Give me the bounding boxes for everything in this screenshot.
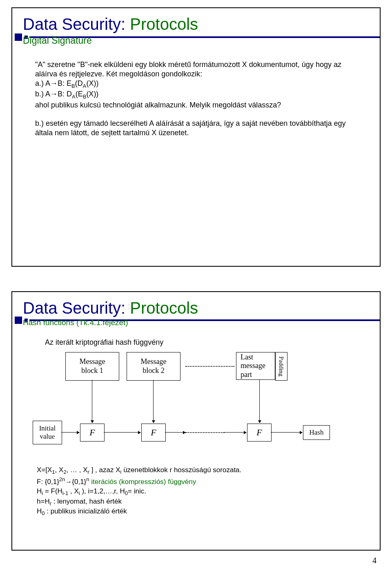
arrow-right-icon — [225, 432, 246, 433]
block-f-1: F — [80, 424, 105, 442]
arrow-right-icon — [104, 432, 140, 433]
block-padding: Padding — [275, 352, 287, 381]
arrow-down-icon — [259, 380, 260, 423]
formula-line-3: Hi = F(Hi-1 , Xi ), i=1,2,…,r, H0= inic. — [37, 487, 365, 497]
arrow-right-icon — [271, 432, 302, 433]
arrow-right-icon — [165, 432, 185, 433]
block-last-message: Last message part — [236, 352, 275, 380]
dots-icon — [185, 366, 234, 367]
slide-title: Data Security: Protocols — [23, 299, 380, 317]
title-part2: Protocols — [130, 299, 198, 317]
title-part1: Data Security: — [23, 15, 130, 33]
hash-diagram: Message block 1 Message block 2 Last mes… — [33, 352, 343, 458]
tech-note: ahol publikus kulcsú technológiát alkalm… — [35, 100, 365, 110]
block-f-2: F — [141, 424, 166, 442]
intro-text: "A" szeretne "B"-nek elküldeni egy blokk… — [35, 60, 365, 79]
option-b: b.) A→B: DA(EB(X)) — [35, 89, 365, 100]
slide-subtitle: Digital Signature — [23, 35, 380, 46]
formula-block: X=[X1, X2, … , Xr ] , azaz Xi üzenetblok… — [37, 466, 365, 517]
answer-text: b.) esetén egy támadó lecserélheti A alá… — [35, 119, 365, 138]
block-f-3: F — [247, 424, 272, 442]
arrow-right-icon — [61, 432, 79, 433]
block-initial-value: Initial value — [33, 421, 62, 444]
slide-title: Data Security: Protocols — [23, 16, 380, 33]
title-part1: Data Security: — [23, 299, 130, 317]
slide-2: Data Security: Protocols Hash functions … — [11, 291, 381, 551]
block-message-1: Message block 1 — [65, 352, 119, 381]
title-part2: Protocols — [130, 15, 198, 33]
formula-line-2: F: {0,1}2n→{0,1}n iterációs (kompresszió… — [37, 476, 365, 487]
slide-subtitle: Hash functions (Tk.4.1.fejezet) — [23, 318, 380, 327]
formula-line-4: h=Hr : lenyomat, hash érték — [37, 497, 365, 507]
page-number: 4 — [372, 556, 376, 565]
arrow-down-icon — [153, 380, 154, 423]
formula-line-5: H0 : publikus inicializáló érték — [37, 507, 365, 517]
intro-text: Az iterált kriptográfiai hash függvény — [45, 338, 365, 347]
block-hash: Hash — [303, 425, 330, 440]
dots-icon — [185, 432, 225, 433]
block-message-2: Message block 2 — [127, 352, 180, 381]
option-a: a.) A→B: EB(DA(X)) — [35, 79, 365, 89]
slide-1: Data Security: Protocols Digital Signatu… — [11, 7, 381, 267]
formula-line-1: X=[X1, X2, … , Xr ] , azaz Xi üzenetblok… — [37, 466, 365, 476]
arrow-down-icon — [92, 380, 92, 423]
